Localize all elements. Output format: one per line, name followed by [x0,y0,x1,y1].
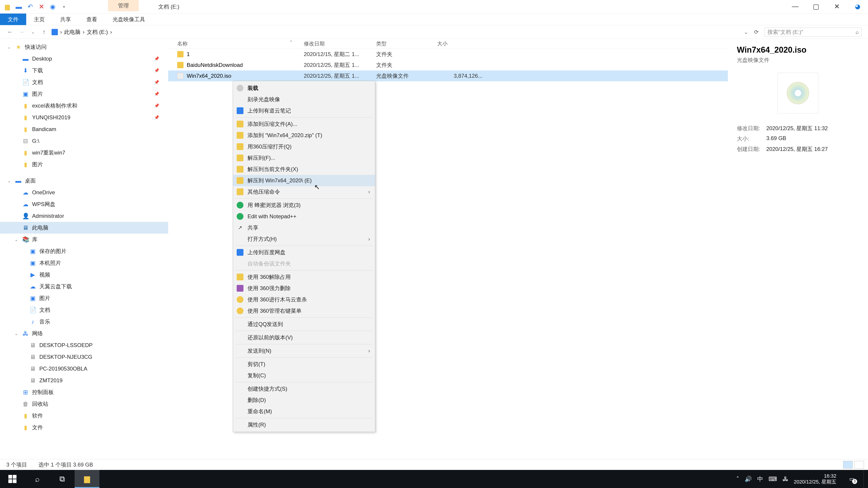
address-dropdown-icon[interactable]: ⌄ [744,29,748,35]
help-icon[interactable]: ◕ [847,0,868,13]
nav-item[interactable]: ▮文件 [0,422,168,433]
nav-item[interactable]: 📄文档📌 [0,76,168,88]
task-view-button[interactable]: ⧉ [50,470,74,488]
file-row[interactable]: BaiduNetdiskDownload2020/12/25, 星期五 1...… [168,60,728,70]
nav-item[interactable]: ☁OneDrive [0,187,168,198]
nav-item[interactable]: ⊞控制面板 [0,386,168,398]
taskbar[interactable]: ⌕ ⧉ ▆ ˄ 🔊 中 ⌨ 🖧 16:32 2020/12/25, 星期五 ▭ … [0,470,868,488]
nav-history-dropdown[interactable]: ⌄ [29,30,37,35]
context-menu-item[interactable]: 还原以前的版本(V) [233,332,375,343]
context-menu-item[interactable]: 通过QQ发送到 [233,319,375,330]
context-menu-item[interactable]: 解压到当前文件夹(X) [233,164,375,175]
context-menu-item[interactable]: 使用 360进行木马云查杀 [233,294,375,305]
context-menu-item[interactable]: 装载 [233,83,375,94]
action-center-button[interactable]: ▭ 3 [845,473,858,485]
context-menu[interactable]: 装载刻录光盘映像上传到有道云笔记添加到压缩文件(A)...添加到 "Win7x6… [233,81,375,432]
tab-disc-image-tools[interactable]: 光盘映像工具 [105,13,153,25]
search-button[interactable]: ⌕ [25,470,50,488]
context-menu-item[interactable]: 添加到 "Win7x64_2020.zip" (T) [233,130,375,141]
show-desktop-button[interactable] [864,470,867,488]
navigation-pane[interactable]: ★快速访问▬Desktop📌⬇下载📌📄文档📌▣图片📌▮excel表格制作求和📌▮… [0,39,168,459]
nav-item[interactable]: 👤Administrator [0,210,168,222]
col-size[interactable]: 大小 [437,40,483,47]
context-menu-item[interactable]: 复制(C) [233,370,375,381]
nav-item[interactable]: ★快速访问 [0,41,168,53]
nav-item[interactable]: 🖥此电脑 [0,222,168,234]
context-menu-item[interactable]: 重命名(M) [233,406,375,417]
tab-view[interactable]: 查看 [79,13,105,25]
crumb-this-pc[interactable]: 此电脑 [64,29,81,36]
col-type[interactable]: 类型 [376,40,437,47]
context-menu-item[interactable]: 删除(D) [233,394,375,406]
ime-mode-icon[interactable]: ⌨ [769,476,777,483]
context-menu-item[interactable]: 刻录光盘映像 [233,94,375,105]
crumb-drive-e[interactable]: 文档 (E:) [87,29,108,36]
nav-item[interactable]: 🖧网络 [0,328,168,339]
nav-item[interactable]: ▮软件 [0,410,168,422]
nav-item[interactable]: ▣本机照片 [0,257,168,269]
nav-item[interactable]: ☁天翼云盘下载 [0,281,168,292]
context-menu-item[interactable]: Edit with Notepad++ [233,211,375,222]
taskbar-explorer-button[interactable]: ▆ [74,470,99,488]
nav-item[interactable]: ♪音乐 [0,316,168,328]
tab-file[interactable]: 文件 [0,13,26,25]
nav-item[interactable]: 🖥DESKTOP-LSSOEDP [0,339,168,351]
file-row[interactable]: Win7x64_2020.iso2020/12/25, 星期五 1...光盘映像… [168,70,728,81]
nav-item[interactable]: 📚库 [0,234,168,246]
context-menu-item[interactable]: 使用 360解除占用 [233,271,375,283]
search-input[interactable]: 搜索"文档 (E:)" ⌕ [765,28,862,37]
nav-item[interactable]: ▮Bandicam [0,123,168,135]
nav-item[interactable]: 🖥ZMT2019 [0,375,168,386]
nav-item[interactable]: ▬桌面 [0,175,168,187]
column-headers[interactable]: 名称˄ 修改日期 类型 大小 [168,39,728,49]
tab-home[interactable]: 主页 [26,13,53,25]
nav-item[interactable]: ☁WPS网盘 [0,198,168,210]
context-menu-item[interactable]: 解压到(F)... [233,152,375,164]
properties-icon[interactable]: ◉ [49,2,57,11]
context-menu-item[interactable]: 上传到有道云笔记 [233,105,375,116]
view-large-button[interactable] [855,461,864,468]
nav-item[interactable]: 🖥DESKTOP-NJEU3CG [0,351,168,363]
file-row[interactable]: 12020/12/15, 星期二 1...文件夹 [168,49,728,60]
context-menu-item[interactable]: 发送到(N)› [233,345,375,357]
context-menu-item[interactable]: 解压到 Win7x64_2020\ (E) [233,175,375,186]
context-menu-item[interactable]: 上传到百度网盘 [233,247,375,258]
nav-item[interactable]: 🖥PC-20190530OBLA [0,363,168,375]
nav-item[interactable]: ▮excel表格制作求和📌 [0,100,168,111]
start-button[interactable] [0,470,25,488]
context-menu-item[interactable]: 使用 360管理右键菜单 [233,305,375,317]
tab-share[interactable]: 共享 [53,13,79,25]
nav-item[interactable]: ▣图片📌 [0,88,168,100]
maximize-button[interactable]: ▢ [806,0,827,13]
nav-item[interactable]: ⊟G:\ [0,135,168,147]
nav-item[interactable]: ⬇下载📌 [0,65,168,76]
save-icon[interactable]: ▬ [14,2,23,11]
close-button[interactable]: ✕ [827,0,847,13]
nav-forward-button[interactable]: → [18,29,25,35]
nav-item[interactable]: 📄文档 [0,304,168,316]
col-name[interactable]: 名称˄ [177,40,304,47]
context-menu-item[interactable]: 剪切(T) [233,359,375,370]
qat-dropdown-icon[interactable]: ▾ [60,2,68,11]
context-menu-item[interactable]: 创建快捷方式(S) [233,383,375,394]
context-menu-item[interactable]: 其他压缩命令› [233,186,375,197]
tray-overflow-icon[interactable]: ˄ [736,476,739,483]
context-menu-item[interactable]: 打开方式(H)› [233,233,375,245]
network-icon[interactable]: 🖧 [782,476,788,483]
context-menu-item[interactable]: 属性(R) [233,419,375,430]
nav-item[interactable]: ▮YUNQISHI2019📌 [0,111,168,123]
context-menu-item[interactable]: 用360压缩打开(Q) [233,141,375,152]
taskbar-clock[interactable]: 16:32 2020/12/25, 星期五 [794,473,840,485]
contextual-tab-manage[interactable]: 管理 [108,0,139,11]
context-menu-item[interactable]: 用 蜂蜜浏览器 浏览(3) [233,199,375,211]
breadcrumb[interactable]: › 此电脑 › 文档 (E:) › ⌄ [52,29,748,36]
delete-icon[interactable]: ✕ [37,2,46,11]
nav-up-button[interactable]: ↑ [40,29,48,35]
volume-icon[interactable]: 🔊 [745,476,752,483]
nav-item[interactable]: ▮图片 [0,159,168,170]
undo-icon[interactable]: ↶ [26,2,34,11]
nav-item[interactable]: ▶视频 [0,269,168,281]
nav-back-button[interactable]: ← [6,29,14,35]
nav-item[interactable]: ▣保存的图片 [0,246,168,257]
search-icon[interactable]: ⌕ [856,29,859,35]
